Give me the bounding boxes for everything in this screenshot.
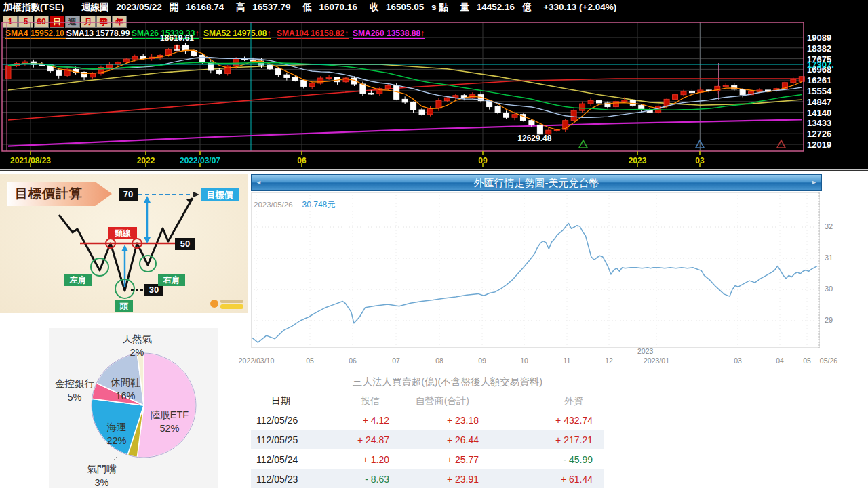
fx-y-tick: 30 bbox=[825, 285, 833, 293]
fx-line-chart[interactable] bbox=[251, 192, 825, 354]
table-cell: + 23.91 bbox=[393, 474, 483, 485]
kbar-y-tick: 19089 bbox=[807, 33, 831, 43]
fx-x-tick: 12 bbox=[605, 357, 613, 365]
pie-slice-0 bbox=[137, 353, 196, 458]
table-row-112/05/25: 112/05/25+ 24.87+ 26.44+ 217.21 bbox=[251, 430, 604, 449]
table-row-112/05/26: 112/05/26+ 4.12+ 23.18+ 432.74 bbox=[251, 410, 604, 430]
kbar-x-tick: 2022 bbox=[115, 156, 176, 165]
target-price-label: 目標價 bbox=[207, 190, 234, 200]
right-shoulder-label: 右肩 bbox=[163, 275, 180, 285]
pie-label-金控銀行: 金控銀行5% bbox=[55, 377, 94, 404]
kbar-panel: 加權指數(TSE) 週線圖 2023/05/22 開 16168.74 高 16… bbox=[0, 0, 868, 171]
fx-title: 外匯行情走勢圖-美元兌台幣 bbox=[474, 177, 599, 188]
table-cell: + 25.77 bbox=[393, 454, 483, 465]
svg-text:12629.48: 12629.48 bbox=[517, 134, 551, 143]
fx-x-tick: 11 bbox=[564, 357, 571, 365]
left-shoulder-label: 左肩 bbox=[69, 275, 86, 285]
portfolio-pie-panel: 陸股ETF52%氣門嘴3%海運22%金控銀行5%休閒鞋16%天然氣2% bbox=[49, 328, 218, 488]
kbar-y-tick: 13433 bbox=[807, 118, 831, 128]
fx-panel: ◄ 外匯行情走勢圖-美元兌台幣 ► 2023/05/2630.748元 3231… bbox=[250, 174, 835, 369]
table-cell: 112/05/25 bbox=[251, 434, 316, 445]
fx-y-tick: 29 bbox=[825, 316, 833, 324]
fx-year-label: 2023 bbox=[637, 347, 653, 355]
table-cell: 112/05/26 bbox=[251, 415, 316, 426]
kbar-x-tick: 03 bbox=[669, 156, 730, 165]
pie-label-氣門嘴: 氣門嘴3% bbox=[87, 462, 117, 488]
target-price-panel: 705030頸線目標價左肩頭右肩 目標價計算 bbox=[0, 174, 248, 313]
table-cell: + 1.20 bbox=[316, 454, 393, 465]
table-cell: + 26.44 bbox=[393, 434, 483, 445]
table-header-1: 投信 bbox=[316, 395, 393, 407]
candlestick-chart[interactable]: 18619.6112629.48 bbox=[0, 0, 868, 171]
pie-label-休閒鞋: 休閒鞋16% bbox=[111, 375, 140, 403]
kbar-y-tick: 14847 bbox=[807, 97, 831, 107]
table-header-2: 自營商(合計) bbox=[393, 395, 483, 407]
table-header-row: 日期投信自營商(合計)外資 bbox=[251, 392, 604, 410]
current-price-marker: 17307. bbox=[807, 60, 834, 70]
table-cell: 112/05/24 bbox=[251, 454, 316, 465]
fx-x-tick: 03 bbox=[734, 357, 742, 365]
fx-x-tick: 08 bbox=[435, 357, 443, 365]
kbar-y-tick: 12019 bbox=[807, 140, 831, 150]
table-cell: - 45.99 bbox=[483, 454, 597, 465]
kbar-x-tick: 2022/03/07 bbox=[170, 156, 231, 165]
scroll-right-icon[interactable]: ► bbox=[811, 175, 817, 190]
value-50: 50 bbox=[180, 239, 190, 249]
neckline-label: 頸線 bbox=[115, 228, 131, 238]
target-price-title: 目標價計算 bbox=[7, 185, 83, 203]
table-header-0: 日期 bbox=[251, 395, 316, 407]
fx-x-tick: 05/26 bbox=[820, 357, 837, 365]
table-cell: + 61.44 bbox=[483, 474, 597, 485]
fx-x-tick: 09 bbox=[478, 357, 486, 365]
kbar-x-tick: 2023 bbox=[607, 156, 668, 165]
kbar-x-tick: 2021/08/23 bbox=[0, 156, 61, 165]
pie-label-海運: 海運22% bbox=[106, 420, 126, 447]
table-cell: + 24.87 bbox=[316, 434, 393, 445]
pie-label-天然氣: 天然氣2% bbox=[122, 332, 152, 359]
table-body: 日期投信自營商(合計)外資112/05/26+ 4.12+ 23.18+ 432… bbox=[251, 392, 604, 488]
kbar-x-tick: 09 bbox=[452, 156, 513, 165]
pie-label-陸股ETF: 陸股ETF52% bbox=[151, 408, 189, 435]
head-label: 頭 bbox=[119, 302, 128, 311]
table-title: 三大法人買賣超(億)(不含盤後大額交易資料) bbox=[251, 375, 604, 388]
table-header-3: 外資 bbox=[483, 395, 597, 407]
table-cell: 112/05/23 bbox=[251, 474, 316, 485]
table-cell: - 8.63 bbox=[316, 474, 393, 485]
fx-x-tick: 2023/01 bbox=[644, 357, 669, 365]
kbar-x-tick: 06 bbox=[271, 156, 332, 165]
kbar-y-tick: 18382 bbox=[807, 43, 831, 54]
target-price-title-badge: 目標價計算 bbox=[7, 182, 112, 206]
fx-x-tick: 04 bbox=[776, 357, 784, 365]
kbar-y-tick: 15554 bbox=[807, 86, 831, 96]
table-cell: + 432.74 bbox=[483, 415, 597, 426]
fx-x-tick: 05 bbox=[803, 357, 811, 365]
table-row-112/05/24: 112/05/24+ 1.20+ 25.77- 45.99 bbox=[251, 449, 604, 469]
scroll-left-icon[interactable]: ◄ bbox=[256, 175, 262, 190]
table-row-112/05/23: 112/05/23- 8.63+ 23.91+ 61.44 bbox=[251, 469, 604, 488]
fx-x-tick: 06 bbox=[349, 357, 357, 365]
kbar-y-tick: 14140 bbox=[807, 108, 831, 118]
value-70: 70 bbox=[123, 189, 133, 199]
svg-text:18619.61: 18619.61 bbox=[160, 33, 194, 43]
kbar-y-tick: 16261 bbox=[807, 75, 831, 85]
fx-y-tick: 31 bbox=[825, 253, 833, 262]
fx-x-tick: 05 bbox=[306, 357, 314, 365]
fx-y-tick: 32 bbox=[825, 222, 833, 230]
kbar-y-tick: 12726 bbox=[807, 129, 831, 139]
institutional-table-panel: 三大法人買賣超(億)(不含盤後大額交易資料) 日期投信自營商(合計)外資112/… bbox=[251, 370, 604, 488]
value-30: 30 bbox=[149, 285, 159, 295]
screen: 加權指數(TSE) 週線圖 2023/05/22 開 16168.74 高 16… bbox=[0, 0, 868, 488]
fx-x-tick: 2022/03/10 bbox=[239, 357, 275, 365]
table-cell: + 23.18 bbox=[393, 415, 483, 426]
fx-x-tick: 07 bbox=[392, 357, 400, 365]
table-cell: + 4.12 bbox=[316, 415, 393, 426]
fx-title-bar: ◄ 外匯行情走勢圖-美元兌台幣 ► bbox=[251, 174, 822, 191]
table-cell: + 217.21 bbox=[483, 434, 597, 445]
fx-x-tick: 10 bbox=[520, 357, 528, 365]
